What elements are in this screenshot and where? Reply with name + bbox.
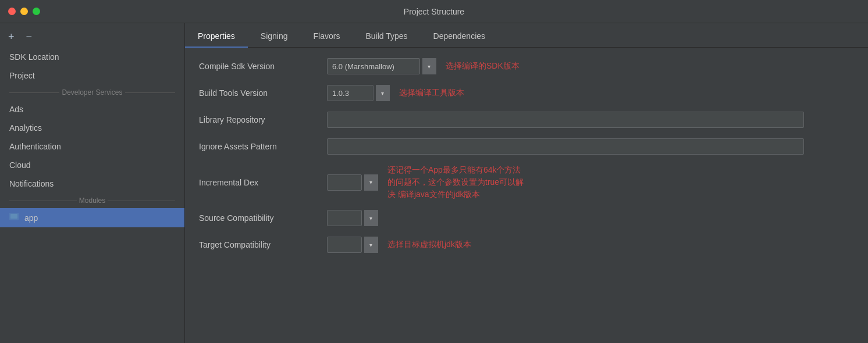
incremental-dex-input-wrap: ▾ xyxy=(327,174,378,191)
form-row-incremental-dex: Incremental Dex ▾ 还记得一个App最多只能有64k个方法 的问… xyxy=(199,164,854,201)
build-tools-version-annotation: 选择编译工具版本 xyxy=(399,88,464,98)
sidebar-item-label: Cloud xyxy=(9,160,31,170)
library-repository-label: Library Repository xyxy=(199,115,327,124)
window-title: Project Structure xyxy=(404,7,464,16)
tab-label: Signing xyxy=(261,31,288,41)
content-area: Properties Signing Flavors Build Types D… xyxy=(185,23,868,343)
target-compatibility-annotation: 选择目标虚拟机jdk版本 xyxy=(387,240,471,250)
sidebar-item-label: Notifications xyxy=(9,179,54,188)
source-compatibility-select[interactable] xyxy=(327,210,362,226)
section-title: Modules xyxy=(79,196,105,205)
sidebar-item-label: Analytics xyxy=(9,123,42,133)
sidebar-item-label: Ads xyxy=(9,105,23,114)
sidebar: + − SDK Location Project Developer Servi… xyxy=(0,23,185,343)
add-item-button[interactable]: + xyxy=(7,31,16,42)
ignore-assets-pattern-label: Ignore Assets Pattern xyxy=(199,142,327,151)
compile-sdk-version-select[interactable]: 6.0 (Marshmallow) xyxy=(327,58,420,74)
developer-services-section-label: Developer Services xyxy=(0,85,184,100)
compile-sdk-version-label: Compile Sdk Version xyxy=(199,62,327,71)
build-tools-version-dropdown-arrow[interactable]: ▾ xyxy=(376,85,390,101)
close-button[interactable] xyxy=(8,8,16,15)
build-tools-version-select[interactable]: 1.0.3 xyxy=(327,85,373,101)
source-compatibility-label: Source Compatibility xyxy=(199,213,327,223)
compile-sdk-version-annotation: 选择编译的SDK版本 xyxy=(446,61,520,72)
tab-label: Properties xyxy=(198,31,235,41)
source-compatibility-dropdown-arrow[interactable]: ▾ xyxy=(364,210,378,226)
sidebar-item-authentication[interactable]: Authentication xyxy=(0,137,184,156)
library-repository-input[interactable] xyxy=(327,112,804,128)
sidebar-item-label: SDK Location xyxy=(9,52,59,62)
ignore-assets-pattern-input[interactable] xyxy=(327,138,804,155)
remove-item-button[interactable]: − xyxy=(25,31,34,42)
source-compatibility-input-wrap: ▾ xyxy=(327,210,378,226)
compile-sdk-version-dropdown-arrow[interactable]: ▾ xyxy=(422,58,436,74)
build-tools-version-input-wrap: 1.0.3 ▾ xyxy=(327,85,390,101)
target-compatibility-select[interactable] xyxy=(327,237,362,253)
build-tools-version-value: 1.0.3 xyxy=(332,89,349,98)
maximize-button[interactable] xyxy=(33,8,40,15)
sidebar-item-cloud[interactable]: Cloud xyxy=(0,156,184,174)
form-row-compile-sdk-version: Compile Sdk Version 6.0 (Marshmallow) ▾ … xyxy=(199,57,854,76)
modules-section-label: Modules xyxy=(0,193,184,208)
incremental-dex-select[interactable] xyxy=(327,174,362,191)
compile-sdk-version-input-wrap: 6.0 (Marshmallow) ▾ xyxy=(327,58,436,74)
form-row-library-repository: Library Repository xyxy=(199,110,854,129)
incremental-dex-label: Incremental Dex xyxy=(199,178,327,187)
section-title: Developer Services xyxy=(62,88,122,97)
sidebar-item-label: Authentication xyxy=(9,142,61,151)
target-compatibility-label: Target Compatibility xyxy=(199,240,327,249)
sidebar-item-label: Project xyxy=(9,71,35,80)
target-compatibility-dropdown-arrow[interactable]: ▾ xyxy=(364,237,378,253)
sidebar-item-ads[interactable]: Ads xyxy=(0,100,184,119)
tabs-bar: Properties Signing Flavors Build Types D… xyxy=(185,23,868,48)
tab-label: Flavors xyxy=(314,31,340,41)
form-area: Compile Sdk Version 6.0 (Marshmallow) ▾ … xyxy=(185,48,868,343)
tab-signing[interactable]: Signing xyxy=(248,26,301,48)
svg-rect-1 xyxy=(10,214,17,219)
sidebar-item-notifications[interactable]: Notifications xyxy=(0,174,184,193)
form-row-source-compatibility: Source Compatibility ▾ xyxy=(199,209,854,227)
sidebar-item-app[interactable]: app xyxy=(0,208,184,227)
form-row-target-compatibility: Target Compatibility ▾ 选择目标虚拟机jdk版本 xyxy=(199,235,854,254)
sidebar-item-analytics[interactable]: Analytics xyxy=(0,119,184,137)
sidebar-item-sdk-location[interactable]: SDK Location xyxy=(0,48,184,66)
tab-dependencies[interactable]: Dependencies xyxy=(421,26,499,48)
tab-properties[interactable]: Properties xyxy=(185,26,248,48)
form-row-ignore-assets-pattern: Ignore Assets Pattern xyxy=(199,137,854,156)
module-icon xyxy=(9,213,20,223)
title-bar: Project Structure xyxy=(0,0,868,23)
form-row-build-tools-version: Build Tools Version 1.0.3 ▾ 选择编译工具版本 xyxy=(199,84,854,102)
sidebar-toolbar: + − xyxy=(0,28,184,48)
tab-build-types[interactable]: Build Types xyxy=(353,26,420,48)
sidebar-item-label: app xyxy=(24,213,38,223)
build-tools-version-label: Build Tools Version xyxy=(199,88,327,98)
window-controls xyxy=(8,8,40,15)
incremental-dex-annotation: 还记得一个App最多只能有64k个方法 的问题不，这个参数设置为true可以解 … xyxy=(387,164,524,201)
minimize-button[interactable] xyxy=(20,8,28,15)
sidebar-item-project[interactable]: Project xyxy=(0,66,184,85)
main-layout: + − SDK Location Project Developer Servi… xyxy=(0,23,868,343)
tab-label: Build Types xyxy=(365,31,407,41)
tab-flavors[interactable]: Flavors xyxy=(301,26,353,48)
tab-label: Dependencies xyxy=(433,31,486,41)
target-compatibility-input-wrap: ▾ xyxy=(327,237,378,253)
incremental-dex-dropdown-arrow[interactable]: ▾ xyxy=(364,174,378,191)
compile-sdk-version-value: 6.0 (Marshmallow) xyxy=(332,62,394,71)
